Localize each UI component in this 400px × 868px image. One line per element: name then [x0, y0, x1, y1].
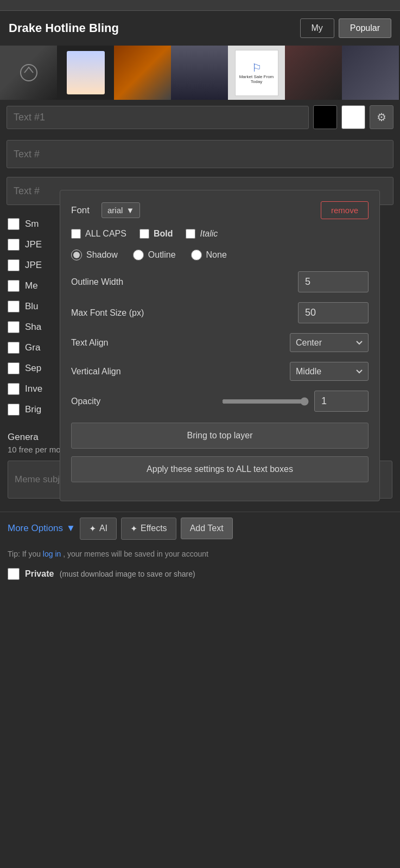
- option-label-blu: Blu: [25, 301, 39, 312]
- image-strip-item[interactable]: [0, 46, 57, 100]
- ai-button[interactable]: ✦ AI: [80, 518, 117, 540]
- text-align-select[interactable]: Left Center Right: [290, 333, 369, 352]
- all-caps-label: ALL CAPS: [85, 229, 126, 239]
- option-checkbox-jpe1[interactable]: [8, 239, 20, 251]
- outline-width-label: Outline Width: [71, 277, 123, 287]
- private-label: Private (must download image to save or …: [25, 569, 195, 579]
- image-strip-item[interactable]: ⚐ Market Sale FromToday: [228, 46, 285, 100]
- radio-row: Shadow Outline None: [71, 250, 369, 260]
- header-buttons: My Popular: [300, 18, 391, 38]
- option-label-jpe2: JPE: [25, 260, 42, 271]
- max-font-size-input[interactable]: [298, 302, 369, 323]
- sparkle-icon-2: ✦: [130, 524, 137, 534]
- more-options-button[interactable]: More Options ▼: [8, 523, 75, 534]
- option-checkbox-sm[interactable]: [8, 218, 20, 230]
- text-input-row-1: ⚙: [0, 100, 400, 135]
- font-select-button[interactable]: arial ▼: [101, 202, 140, 218]
- image-strip-item[interactable]: [285, 46, 342, 100]
- opacity-slider-wrap: [125, 391, 369, 412]
- effects-btn-label: Effects: [141, 524, 167, 533]
- remove-button[interactable]: remove: [321, 201, 369, 219]
- private-row: Private (must download image to save or …: [0, 563, 400, 585]
- vertical-align-row: Vertical Align Top Middle Bottom: [71, 362, 369, 381]
- font-label: Font: [71, 205, 90, 216]
- bold-checkbox-item[interactable]: Bold: [139, 229, 173, 239]
- image-strip-item[interactable]: [114, 46, 171, 100]
- option-label-sm: Sm: [25, 219, 39, 229]
- bring-to-top-button[interactable]: Bring to top layer: [71, 423, 369, 449]
- option-label-inve: Inve: [25, 384, 42, 394]
- image-strip-item[interactable]: [342, 46, 399, 100]
- image-strip-item[interactable]: [171, 46, 228, 100]
- option-label-sep: Sep: [25, 363, 41, 374]
- checkboxes-row: ALL CAPS Bold Italic: [71, 229, 369, 239]
- shadow-radio[interactable]: [71, 250, 82, 260]
- option-checkbox-inve[interactable]: [8, 383, 20, 395]
- apply-all-button[interactable]: Apply these settings to ALL text boxes: [71, 456, 369, 482]
- italic-checkbox[interactable]: [186, 229, 195, 239]
- option-label-me: Me: [25, 280, 38, 291]
- italic-checkbox-item[interactable]: Italic: [186, 229, 218, 239]
- text-input-2[interactable]: [7, 140, 393, 168]
- font-select-value: arial: [107, 206, 123, 215]
- font-row: Font arial ▼ remove: [71, 201, 369, 219]
- header: Drake Hotline Bling My Popular: [0, 11, 400, 46]
- add-text-button[interactable]: Add Text: [181, 518, 233, 539]
- private-checkbox[interactable]: [8, 568, 20, 580]
- popular-button[interactable]: Popular: [339, 18, 391, 38]
- bold-checkbox[interactable]: [139, 229, 149, 239]
- outline-width-input[interactable]: [298, 271, 369, 292]
- chevron-down-icon: ▼: [66, 523, 75, 534]
- text-input-1[interactable]: [7, 106, 309, 129]
- option-checkbox-sep[interactable]: [8, 362, 20, 374]
- image-strip-item[interactable]: [57, 46, 114, 100]
- top-bar: [0, 0, 400, 11]
- option-label-gra: Gra: [25, 342, 40, 353]
- option-label-sha: Sha: [25, 322, 41, 333]
- none-label: None: [206, 250, 227, 260]
- option-checkbox-blu[interactable]: [8, 301, 20, 312]
- image-strip: ⚐ Market Sale FromToday: [0, 46, 400, 100]
- tip-login-link[interactable]: log in: [43, 550, 61, 558]
- italic-label: Italic: [200, 229, 218, 239]
- opacity-label: Opacity: [71, 397, 125, 406]
- chevron-down-icon-font: ▼: [126, 206, 134, 215]
- text-align-label: Text Align: [71, 338, 108, 348]
- sparkle-icon: ✦: [89, 524, 96, 534]
- gear-button[interactable]: ⚙: [370, 105, 393, 129]
- option-checkbox-sha[interactable]: [8, 321, 20, 333]
- max-font-size-label: Max Font Size (px): [71, 308, 144, 318]
- shadow-label: Shadow: [86, 250, 118, 260]
- color-swatch-black[interactable]: [313, 105, 337, 129]
- option-checkbox-brig[interactable]: [8, 404, 20, 416]
- shadow-radio-item[interactable]: Shadow: [71, 250, 118, 260]
- outline-width-row: Outline Width: [71, 271, 369, 292]
- outline-radio[interactable]: [133, 250, 144, 260]
- my-button[interactable]: My: [300, 18, 334, 38]
- all-caps-checkbox-item[interactable]: ALL CAPS: [71, 229, 126, 239]
- option-label-jpe1: JPE: [25, 239, 42, 250]
- option-checkbox-me[interactable]: [8, 280, 20, 292]
- option-checkbox-jpe2[interactable]: [8, 259, 20, 271]
- effects-button[interactable]: ✦ Effects: [121, 518, 176, 540]
- text-input-row-2: [0, 135, 400, 168]
- opacity-row: Opacity: [71, 391, 369, 412]
- app-title: Drake Hotline Bling: [9, 21, 119, 35]
- all-caps-checkbox[interactable]: [71, 229, 81, 239]
- bottom-toolbar: More Options ▼ ✦ AI ✦ Effects Add Text: [0, 512, 400, 545]
- opacity-slider[interactable]: [222, 397, 309, 406]
- none-radio[interactable]: [191, 250, 202, 260]
- text-align-row: Text Align Left Center Right: [71, 333, 369, 352]
- option-checkbox-gra[interactable]: [8, 342, 20, 354]
- max-font-size-row: Max Font Size (px): [71, 302, 369, 323]
- ai-btn-label: AI: [99, 524, 107, 533]
- vertical-align-select[interactable]: Top Middle Bottom: [290, 362, 369, 381]
- vertical-align-label: Vertical Align: [71, 367, 121, 376]
- none-radio-item[interactable]: None: [191, 250, 227, 260]
- outline-radio-item[interactable]: Outline: [133, 250, 176, 260]
- opacity-input[interactable]: [314, 391, 369, 412]
- outline-label: Outline: [148, 250, 176, 260]
- color-swatch-white[interactable]: [341, 105, 365, 129]
- bold-label: Bold: [154, 229, 173, 239]
- tip-text: Tip: If you log in , your memes will be …: [0, 545, 400, 563]
